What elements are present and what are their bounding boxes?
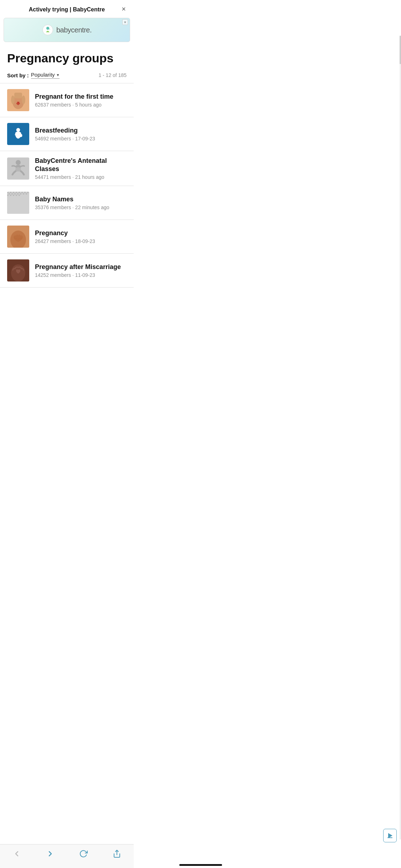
group-meta: 35376 members · 22 minutes ago <box>35 205 127 210</box>
member-count: 14252 members <box>35 272 71 278</box>
group-list: ♥ Pregnant for the first time 62637 memb… <box>0 83 134 288</box>
antenatal-thumb-image <box>7 157 29 180</box>
sort-dropdown[interactable]: Popularity ▼ <box>31 72 60 79</box>
separator: · <box>72 102 75 108</box>
separator: · <box>72 136 75 141</box>
ad-logo: babycentre. <box>42 24 92 36</box>
svg-rect-28 <box>11 193 13 195</box>
svg-rect-33 <box>26 193 27 195</box>
list-item[interactable]: BabyCentre's Antenatal Classes 54471 mem… <box>0 151 134 186</box>
svg-rect-27 <box>9 193 10 195</box>
member-count: 54471 members <box>35 174 71 180</box>
svg-rect-20 <box>24 192 26 193</box>
svg-rect-19 <box>21 192 23 193</box>
svg-rect-26 <box>19 195 20 196</box>
list-item[interactable]: Pregnancy after Miscarriage 14252 member… <box>0 254 134 288</box>
svg-rect-14 <box>7 192 9 193</box>
last-active: 11-09-23 <box>75 272 95 278</box>
pregnancy-thumb-image <box>7 226 29 248</box>
last-active: 22 minutes ago <box>75 205 109 210</box>
group-name: Breastfeeding <box>35 126 127 135</box>
last-active: 21 hours ago <box>75 174 104 180</box>
group-info: Pregnancy after Miscarriage 14252 member… <box>35 263 127 278</box>
svg-point-12 <box>15 167 21 171</box>
svg-rect-23 <box>10 195 11 196</box>
group-name: Baby Names <box>35 195 127 203</box>
last-active: 18-09-23 <box>75 238 95 244</box>
svg-point-0 <box>43 25 53 35</box>
svg-point-6 <box>22 95 25 104</box>
svg-rect-31 <box>20 193 21 195</box>
svg-point-1 <box>46 27 49 30</box>
list-item[interactable]: ♥ Pregnant for the first time 62637 memb… <box>0 83 134 117</box>
svg-text:♥: ♥ <box>17 100 19 105</box>
member-count: 54692 members <box>35 136 71 141</box>
header-bar: Actively trying | BabyCentre × <box>0 0 134 18</box>
group-info: Pregnancy 26427 members · 18-09-23 <box>35 229 127 244</box>
svg-rect-15 <box>10 192 11 193</box>
group-name: Pregnant for the first time <box>35 93 127 101</box>
chevron-down-icon: ▼ <box>56 73 60 77</box>
babycentre-logo-icon <box>42 24 53 36</box>
list-item[interactable]: Pregnancy 26427 members · 18-09-23 <box>0 220 134 254</box>
svg-rect-32 <box>23 193 24 195</box>
svg-rect-16 <box>13 192 14 193</box>
group-name: BabyCentre's Antenatal Classes <box>35 157 127 173</box>
group-meta: 54471 members · 21 hours ago <box>35 174 127 180</box>
group-meta: 62637 members · 5 hours ago <box>35 102 127 108</box>
svg-rect-22 <box>7 195 9 196</box>
svg-rect-25 <box>16 195 17 196</box>
ad-logo-text: babycentre. <box>56 26 92 34</box>
svg-rect-30 <box>17 193 19 195</box>
group-name: Pregnancy <box>35 229 127 237</box>
ad-banner: × babycentre. <box>4 18 130 42</box>
group-info: BabyCentre's Antenatal Classes 54471 mem… <box>35 157 127 180</box>
group-info: Baby Names 35376 members · 22 minutes ag… <box>35 195 127 211</box>
group-thumbnail <box>7 226 29 248</box>
group-thumbnail: ♥ <box>7 89 29 111</box>
group-meta: 26427 members · 18-09-23 <box>35 238 127 244</box>
header-title: Actively trying | BabyCentre <box>29 6 105 13</box>
svg-rect-24 <box>13 195 14 196</box>
close-button[interactable]: × <box>120 4 127 14</box>
member-count: 26427 members <box>35 238 71 244</box>
separator: · <box>72 205 75 210</box>
page-title: Pregnancy groups <box>0 44 134 69</box>
separator: · <box>72 238 75 244</box>
sort-label: Sort by : <box>7 72 29 78</box>
member-count: 62637 members <box>35 102 71 108</box>
svg-point-5 <box>11 95 15 104</box>
list-item[interactable]: Breastfeeding 54692 members · 17-09-23 <box>0 117 134 151</box>
group-info: Pregnant for the first time 62637 member… <box>35 93 127 108</box>
svg-point-8 <box>16 128 20 132</box>
sort-value: Popularity <box>31 72 55 78</box>
pregnant-thumb-image: ♥ <box>7 89 29 111</box>
member-count: 35376 members <box>35 205 71 210</box>
group-meta: 54692 members · 17-09-23 <box>35 136 127 141</box>
separator: · <box>72 174 75 180</box>
group-info: Breastfeeding 54692 members · 17-09-23 <box>35 126 127 142</box>
group-thumbnail <box>7 157 29 180</box>
group-meta: 14252 members · 11-09-23 <box>35 272 127 278</box>
sort-left: Sort by : Popularity ▼ <box>7 72 60 79</box>
sort-bar: Sort by : Popularity ▼ 1 - 12 of 185 <box>0 69 134 83</box>
svg-rect-4 <box>14 93 22 98</box>
svg-rect-17 <box>16 192 17 193</box>
last-active: 5 hours ago <box>75 102 102 108</box>
svg-point-11 <box>16 160 21 165</box>
svg-rect-21 <box>27 192 29 193</box>
last-active: 17-09-23 <box>75 136 95 141</box>
group-thumbnail <box>7 259 29 281</box>
list-item[interactable]: Baby Names 35376 members · 22 minutes ag… <box>0 186 134 220</box>
group-thumbnail <box>7 123 29 145</box>
pagination-info: 1 - 12 of 185 <box>98 72 127 78</box>
group-thumbnail <box>7 192 29 214</box>
svg-rect-18 <box>19 192 20 193</box>
breastfeeding-icon <box>11 127 25 141</box>
group-name: Pregnancy after Miscarriage <box>35 263 127 271</box>
ad-close-button[interactable]: × <box>122 19 128 25</box>
separator: · <box>72 272 75 278</box>
babynames-thumb-image <box>7 192 29 214</box>
miscarriage-thumb-image <box>7 259 29 281</box>
svg-rect-29 <box>14 193 16 195</box>
